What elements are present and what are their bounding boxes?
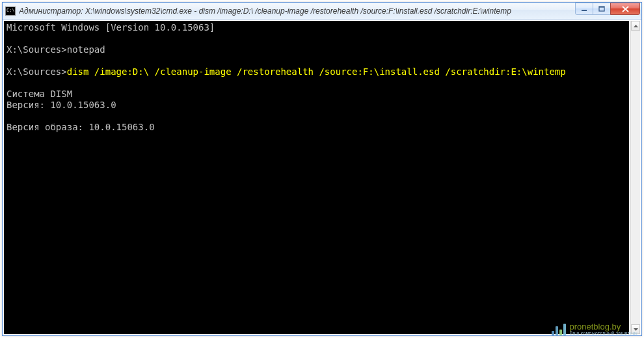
watermark: pronetblog.by Ваш компьютерный защитник: [552, 322, 638, 335]
output-line: Microsoft Windows [Version 10.0.15063]: [7, 22, 215, 33]
highlighted-command: dism /image:D:\ /cleanup-image /restoreh…: [67, 66, 566, 77]
watermark-title: pronetblog.by: [570, 322, 638, 331]
output-line: Версия: 10.0.15063.0: [7, 100, 116, 110]
minimize-icon: [581, 7, 587, 12]
output-line: Cистема DISM: [7, 89, 72, 99]
cmd-icon: C:\: [5, 7, 16, 16]
output-line: Версия образа: 10.0.15063.0: [7, 122, 155, 132]
titlebar[interactable]: C:\ Администратор: X:\windows\system32\c…: [3, 3, 641, 20]
watermark-logo-icon: [552, 324, 566, 335]
maximize-icon: [598, 6, 605, 12]
chevron-up-icon: [634, 25, 638, 27]
prompt: X:\Sources>: [7, 44, 67, 55]
scroll-track[interactable]: [631, 31, 640, 324]
command: notepad: [67, 44, 105, 55]
watermark-text: pronetblog.by Ваш компьютерный защитник: [570, 322, 638, 335]
prompt: X:\Sources>: [7, 66, 67, 77]
terminal-output[interactable]: Microsoft Windows [Version 10.0.15063] X…: [4, 21, 629, 334]
close-button[interactable]: [610, 3, 640, 15]
maximize-button[interactable]: [593, 3, 611, 15]
cmd-window: C:\ Администратор: X:\windows\system32\c…: [2, 2, 642, 336]
close-icon: [622, 6, 629, 12]
window-controls: [576, 3, 640, 15]
watermark-subtitle: Ваш компьютерный защитник: [570, 331, 638, 335]
vertical-scrollbar[interactable]: [630, 21, 640, 334]
cmd-icon-text: C:\: [7, 8, 15, 13]
minimize-button[interactable]: [575, 3, 593, 15]
scroll-up-button[interactable]: [631, 21, 640, 31]
svg-marker-5: [634, 25, 638, 27]
terminal-area: Microsoft Windows [Version 10.0.15063] X…: [3, 20, 641, 335]
window-title: Администратор: X:\windows\system32\cmd.e…: [19, 7, 576, 16]
